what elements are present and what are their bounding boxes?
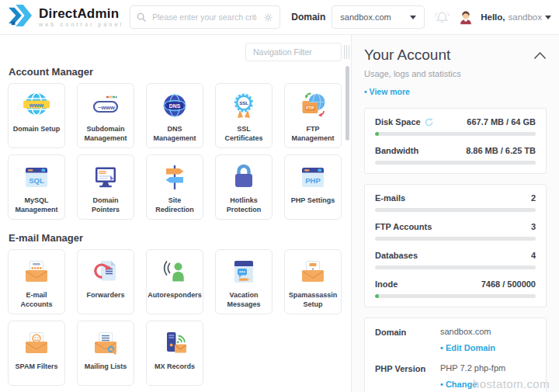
panel-resize-grip[interactable] (344, 45, 349, 59)
tile-mailing-lists[interactable]: Mailing Lists (77, 321, 134, 386)
usage-label: FTP Accounts (375, 222, 432, 231)
info-row: Domainsandbox.comEdit Domain (375, 327, 536, 362)
tile-domain-setup[interactable]: wwwDomain Setup (8, 83, 65, 148)
watermark: hostatom.com (473, 377, 550, 390)
logo-title: DirectAdmin (39, 7, 123, 20)
usage-row-left: Inode (375, 279, 398, 289)
tile-label: MySQL Management (10, 196, 63, 214)
svg-text:www: www (29, 102, 44, 109)
usage-bar (375, 208, 536, 212)
usage-row: FTP Accounts3 (375, 222, 536, 241)
tile-label: Vacation Messages (217, 290, 270, 309)
info-value: sandbox.com (440, 327, 536, 336)
usage-label: Inode (375, 279, 398, 289)
tile-hotlinks-protection[interactable]: Hotlinks Protection (215, 154, 273, 220)
section-title: Account Manager (9, 66, 342, 78)
usage-value: 2 (531, 193, 536, 203)
info-value: PHP 7.2 php-fpm (440, 363, 536, 373)
info-link-1[interactable]: Change (440, 380, 477, 389)
tile-dns-management[interactable]: DNSDNS Management (146, 83, 203, 148)
email-accounts-icon (21, 255, 52, 288)
tile-label: SSL Certificates (217, 124, 270, 143)
svg-text:~www: ~www (98, 104, 115, 111)
info-label: PHP Version (375, 363, 440, 392)
tile-mysql-management[interactable]: SQLMySQL Management (8, 154, 65, 220)
tile-label: MX Records (155, 362, 195, 371)
section: E-mail ManagerE-mail AccountsForwardersA… (8, 232, 342, 386)
mailing-lists-icon (90, 327, 121, 359)
search-box[interactable] (130, 5, 280, 29)
counters-card: E-mails2FTP Accounts3Databases4Inode7468… (364, 184, 547, 307)
notifications-bell-icon[interactable] (434, 10, 450, 25)
filter-row (8, 43, 342, 61)
usage-row: Inode7468 / 500000 (375, 279, 536, 298)
tile-grid: wwwDomain Setup~wwwSubdomain ManagementD… (8, 83, 342, 220)
avatar[interactable] (457, 9, 474, 26)
hotlinks-protection-icon (228, 161, 259, 193)
info-link-0[interactable]: Edit Domain (440, 343, 495, 352)
domain-selector[interactable]: sandbox.com (332, 5, 425, 29)
user-menu[interactable]: Hello, sandbox (481, 12, 551, 22)
logo-subtitle: web control panel (39, 22, 123, 27)
forwarders-icon (90, 255, 121, 288)
collapse-chevron-up-icon[interactable] (533, 51, 547, 60)
info-value-col: sandbox.comEdit Domain (440, 327, 536, 362)
main-content-panel: Account ManagerwwwDomain Setup~wwwSubdom… (0, 35, 351, 392)
tile-php-settings[interactable]: PHPPHP Settings (284, 154, 342, 220)
tile-forwarders[interactable]: Forwarders (77, 249, 134, 314)
directadmin-logo-icon (8, 4, 33, 30)
tile-email-accounts[interactable]: E-mail Accounts (8, 249, 65, 314)
mx-records-icon (159, 327, 190, 359)
domain-selector-value: sandbox.com (340, 12, 391, 22)
tile-subdomain-management[interactable]: ~wwwSubdomain Management (77, 83, 134, 148)
greeting-username: sandbox (509, 12, 542, 22)
main: Account ManagerwwwDomain Setup~wwwSubdom… (0, 35, 559, 392)
tile-mx-records[interactable]: MX Records (146, 321, 203, 386)
navigation-filter-input[interactable] (245, 43, 342, 61)
tile-ftp-management[interactable]: FTPFTP Management (284, 83, 342, 148)
info-link-label: Edit Domain (446, 343, 495, 352)
ssl-certificates-icon: SSL (228, 89, 259, 122)
tile-ssl-certificates[interactable]: SSLSSL Certificates (215, 83, 273, 148)
dns-management-icon: DNS (159, 89, 190, 122)
usage-row-head: E-mails2 (375, 193, 536, 203)
section-title: E-mail Manager (9, 232, 342, 245)
usage-label: Databases (375, 251, 418, 260)
domain-setup-icon: www (21, 89, 52, 122)
greeting-hello: Hello, (481, 12, 505, 22)
usage-row-left: E-mails (375, 193, 405, 203)
tile-label: Hotlinks Protection (217, 196, 270, 214)
usage-row-head: Bandwidth8.86 MB / 6.25 TB (375, 146, 536, 155)
usage-bar (375, 294, 536, 298)
tile-spam-filters[interactable]: SPAM Filters (8, 321, 65, 386)
usage-row-left: Bandwidth (375, 146, 418, 155)
tile-label: DNS Management (148, 124, 201, 143)
tile-site-redirection[interactable]: Site Redirection (146, 154, 203, 220)
tile-autoresponders[interactable]: Autoresponders (146, 249, 203, 314)
tile-label: E-mail Accounts (10, 290, 63, 309)
tile-label: Domain Pointers (79, 196, 132, 214)
view-more-link[interactable]: View more (364, 87, 410, 96)
sections-container: Account ManagerwwwDomain Setup~wwwSubdom… (8, 66, 342, 386)
tile-spamassassin-setup[interactable]: Spamassassin Setup (284, 249, 342, 314)
tile-vacation-messages[interactable]: Vacation Messages (215, 249, 273, 314)
refresh-icon[interactable] (425, 118, 433, 127)
account-panel-title: Your Account (364, 47, 450, 64)
tile-domain-pointers[interactable]: wwwDomain Pointers (77, 154, 134, 220)
search-settings-gear-icon[interactable] (263, 12, 273, 23)
spam-filters-icon (21, 327, 52, 359)
usage-row: Disk Space667.7 MB / 64 GB (375, 117, 536, 136)
usage-bar-fill (375, 132, 379, 136)
usage-value: 667.7 MB / 64 GB (467, 117, 536, 127)
chevron-down-icon (410, 16, 416, 19)
chevron-down-icon (545, 16, 551, 19)
site-redirection-icon (159, 161, 190, 193)
usage-value: 7468 / 500000 (481, 279, 536, 289)
tile-label: FTP Management (286, 124, 339, 143)
tile-label: Mailing Lists (85, 362, 127, 371)
svg-text:www: www (99, 171, 106, 174)
search-input[interactable] (151, 12, 259, 23)
scrollbar-thumb[interactable] (345, 66, 349, 140)
logo[interactable]: DirectAdmin web control panel (8, 4, 123, 30)
tile-label: Forwarders (86, 290, 124, 300)
